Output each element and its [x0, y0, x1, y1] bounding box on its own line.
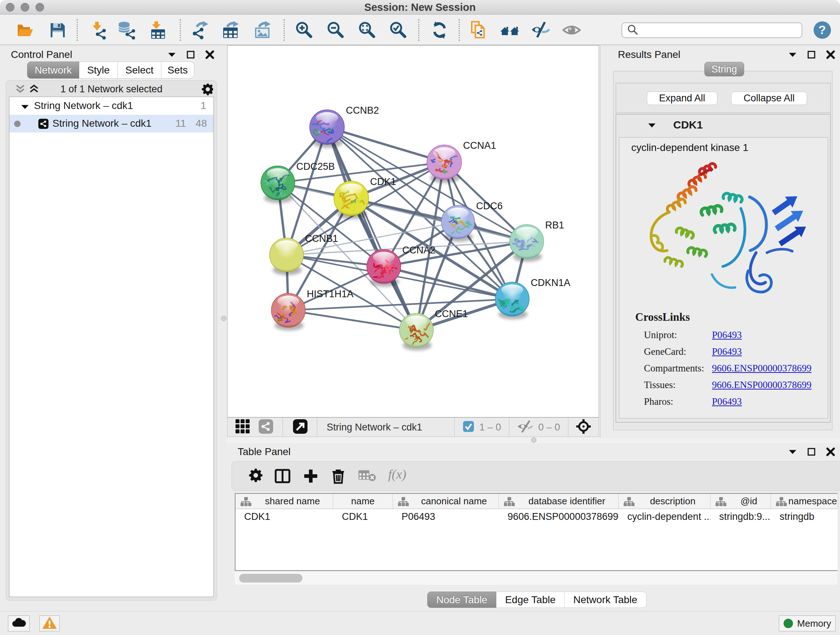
cell-canonicalname[interactable]: P06493 [393, 511, 499, 523]
results-panel-close-icon[interactable] [826, 50, 836, 61]
cell-namespace[interactable]: stringdb [771, 511, 838, 523]
column-header-databaseidentifier[interactable]: database identifier [499, 494, 619, 509]
network-node-CDK1[interactable] [334, 181, 369, 219]
node-result-box: CDK1 cyclin-dependent kinase 1 Cro [616, 114, 831, 423]
expand-all-button[interactable]: Expand All [647, 92, 717, 105]
function-builder-icon[interactable]: f(x) [388, 467, 406, 482]
network-node-HIST1H1A[interactable] [271, 293, 305, 331]
column-header-sharedname[interactable]: shared name [235, 494, 333, 509]
network-node-CDC6[interactable] [441, 205, 475, 242]
table-panel-menu-icon[interactable] [788, 447, 797, 458]
left-splitter-grip[interactable] [221, 316, 226, 321]
gear-icon[interactable] [248, 468, 263, 484]
export-network-icon[interactable] [191, 20, 210, 40]
crosslink-value-link[interactable]: 9606.ENSP00000378699 [712, 379, 812, 391]
control-tab-network[interactable]: Network [27, 62, 79, 79]
column-header-name[interactable]: name [333, 494, 393, 509]
cell-name[interactable]: CDK1 [333, 511, 393, 523]
memory-button[interactable]: Memory [779, 616, 836, 631]
add-column-icon[interactable] [303, 468, 319, 486]
hide-selected-icon[interactable] [531, 20, 550, 40]
control-panel-menu-icon[interactable] [167, 50, 177, 61]
collection-expand-icon[interactable] [20, 102, 30, 114]
export-table-icon[interactable] [221, 20, 240, 40]
cell-sharedname[interactable]: CDK1 [235, 511, 333, 523]
window-titlebar: Session: New Session [0, 0, 840, 14]
control-panel-close-icon[interactable] [205, 50, 215, 61]
export-image-icon[interactable] [253, 20, 272, 40]
table-row[interactable]: CDK1CDK1P064939606.ENSP00000378699cyclin… [235, 509, 837, 524]
network-node-RB1[interactable] [510, 225, 544, 262]
clone-network-icon[interactable] [469, 20, 488, 40]
cell-description[interactable]: cyclin-dependent ... [619, 511, 711, 523]
crosslink-value-link[interactable]: P06493 [712, 346, 742, 357]
table-panel-close-icon[interactable] [826, 447, 836, 458]
tab-network-table[interactable]: Network Table [565, 592, 646, 608]
splitter-grip[interactable] [531, 437, 537, 443]
first-neighbors-icon[interactable] [500, 20, 519, 40]
control-panel: Control Panel NetworkStyleSelectSets 1 o… [3, 45, 218, 602]
zoom-selected-icon[interactable] [388, 20, 408, 40]
toolbar-separator [77, 19, 78, 41]
import-network-icon[interactable] [88, 20, 108, 40]
help-button[interactable]: ? [813, 21, 832, 41]
control-tab-style[interactable]: Style [79, 62, 118, 79]
network-node-CDKN1A[interactable] [495, 282, 529, 319]
network-node-CCNB2[interactable] [309, 110, 344, 148]
zoom-out-icon[interactable] [326, 20, 346, 40]
open-in-new-window-icon[interactable] [293, 419, 308, 435]
control-tab-select[interactable]: Select [118, 62, 161, 79]
table-horizontal-scrollbar[interactable] [235, 571, 837, 585]
network-row[interactable]: String Network – cdk1 11 48 [9, 115, 213, 133]
network-node-CDC25B[interactable] [261, 166, 295, 203]
tab-edge-table[interactable]: Edge Table [496, 592, 565, 608]
results-panel-menu-icon[interactable] [788, 50, 797, 61]
show-all-icon[interactable] [562, 20, 581, 40]
cell-id[interactable]: stringdb:9... [711, 511, 771, 523]
table-panel: Table Panel f(x) shared namenamecanonica… [223, 443, 840, 585]
delete-column-icon[interactable] [330, 468, 346, 486]
network-share-badge-icon[interactable] [259, 419, 273, 435]
scrollbar-thumb[interactable] [239, 574, 302, 583]
cloud-button[interactable] [8, 616, 30, 631]
table-panel-float-icon[interactable] [807, 447, 816, 458]
cell-databaseidentifier[interactable]: 9606.ENSP00000378699 [499, 511, 619, 523]
network-edge-CCNE1-HIST1H1A[interactable] [288, 310, 416, 330]
refresh-icon[interactable] [430, 20, 449, 40]
column-header-canonicalname[interactable]: canonical name [393, 494, 499, 509]
crosslink-value-link[interactable]: P06493 [712, 396, 742, 407]
tab-string[interactable]: String [704, 62, 744, 76]
columns-icon[interactable] [275, 468, 291, 486]
network-node-CCNA2[interactable] [367, 249, 401, 287]
birdseye-grid-icon[interactable] [235, 419, 250, 435]
network-options-gear-icon[interactable] [202, 84, 213, 97]
crosslink-value-link[interactable]: P06493 [712, 329, 742, 340]
warnings-button[interactable] [39, 616, 60, 631]
save-session-icon[interactable] [48, 20, 67, 40]
control-panel-float-icon[interactable] [186, 50, 195, 61]
network-edge-CCNA1-CCNB2[interactable] [327, 127, 444, 162]
network-node-CCNB1[interactable] [270, 238, 303, 275]
network-collection-row[interactable]: String Network – cdk1 1 [9, 97, 213, 115]
network-node-CCNA1[interactable] [427, 145, 462, 183]
control-tab-sets[interactable]: Sets [161, 62, 194, 79]
node-result-header[interactable]: CDK1 [616, 114, 830, 134]
zoom-fit-icon[interactable] [357, 20, 377, 40]
network-view-canvas[interactable]: CCNB2CCNA1CDC25BCDK1CDC6RB1CCNB1CCNA2CDK… [227, 45, 599, 417]
node-collapse-icon[interactable] [647, 120, 657, 131]
search-input[interactable] [639, 25, 794, 36]
tab-node-table[interactable]: Node Table [427, 592, 496, 608]
crosshair-icon[interactable] [576, 418, 592, 436]
import-network-from-database-icon[interactable] [117, 20, 136, 40]
import-table-icon[interactable] [148, 20, 168, 40]
collapse-all-button[interactable]: Collapse All [731, 92, 807, 105]
open-session-icon[interactable] [16, 20, 35, 40]
results-panel-float-icon[interactable] [807, 50, 816, 61]
column-header-id[interactable]: @id [711, 494, 771, 509]
column-header-description[interactable]: description [619, 494, 711, 509]
column-header-namespace[interactable]: namespace [771, 494, 838, 509]
zoom-in-icon[interactable] [294, 20, 314, 40]
crosslink-value-link[interactable]: 9606.ENSP00000378699 [712, 363, 812, 374]
delete-table-icon[interactable] [358, 468, 376, 484]
network-node-CCNE1[interactable] [399, 313, 433, 350]
